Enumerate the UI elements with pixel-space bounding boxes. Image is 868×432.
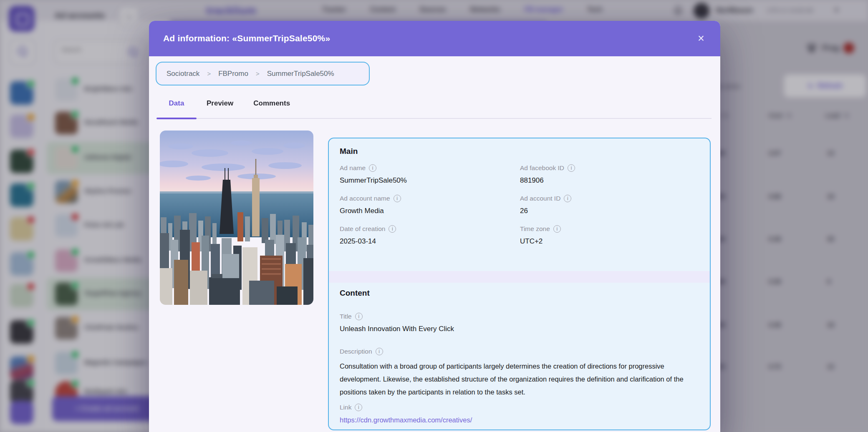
section-divider bbox=[329, 271, 710, 283]
app-root: tracklium Tracker Content Sources Networ… bbox=[0, 0, 868, 432]
tab-preview[interactable]: Preview bbox=[197, 99, 243, 116]
info-icon[interactable]: i bbox=[568, 164, 575, 172]
modal-tabs: Data Preview Comments bbox=[156, 99, 300, 116]
breadcrumb-adset[interactable]: FBPromo bbox=[218, 70, 248, 78]
content-section-heading: Content bbox=[340, 289, 370, 298]
ad-information-modal: Ad information: «SummerTripSale50%» × So… bbox=[149, 21, 720, 432]
main-section-heading: Main bbox=[340, 147, 358, 156]
field-ad-name: Ad namei SummerTripSale50% bbox=[340, 164, 520, 185]
breadcrumb-separator: > bbox=[207, 70, 211, 77]
info-icon[interactable]: i bbox=[564, 195, 571, 202]
ad-info-card: Main Ad namei SummerTripSale50% Ad faceb… bbox=[328, 138, 711, 430]
modal-header: Ad information: «SummerTripSale50%» × bbox=[149, 21, 720, 56]
tabs-divider bbox=[156, 118, 712, 119]
tab-data[interactable]: Data bbox=[156, 99, 197, 116]
tab-comments[interactable]: Comments bbox=[243, 99, 300, 116]
info-icon[interactable]: i bbox=[355, 313, 363, 320]
field-link: Linki https://cdn.growthmaxmedia.com/cre… bbox=[340, 404, 699, 424]
info-icon[interactable]: i bbox=[389, 225, 396, 233]
info-icon[interactable]: i bbox=[369, 164, 376, 172]
creative-link[interactable]: https://cdn.growthmaxmedia.com/creatives… bbox=[340, 416, 699, 424]
info-icon[interactable]: i bbox=[376, 348, 383, 355]
breadcrumb-ad[interactable]: SummerTripSale50% bbox=[267, 70, 334, 78]
info-icon[interactable]: i bbox=[355, 404, 362, 411]
field-ad-account-name: Ad account namei Growth Media bbox=[340, 195, 520, 215]
modal-title: Ad information: «SummerTripSale50%» bbox=[163, 33, 330, 43]
info-icon[interactable]: i bbox=[553, 225, 561, 233]
field-date-of-creation: Date of creationi 2025-03-14 bbox=[340, 225, 520, 246]
field-time-zone: Time zonei UTC+2 bbox=[520, 225, 700, 246]
breadcrumb-separator: > bbox=[256, 70, 260, 77]
main-fields: Ad namei SummerTripSale50% Ad facebook I… bbox=[340, 164, 699, 246]
breadcrumb: Sociotrack > FBPromo > SummerTripSale50% bbox=[156, 62, 370, 85]
field-ad-facebook-id: Ad facebook IDi 881906 bbox=[520, 164, 700, 185]
ad-creative-image[interactable] bbox=[160, 131, 313, 305]
info-icon[interactable]: i bbox=[394, 195, 401, 202]
close-icon[interactable]: × bbox=[694, 31, 709, 46]
field-description: Descriptioni Consultation with a broad g… bbox=[340, 348, 699, 399]
active-tab-indicator bbox=[156, 118, 197, 119]
field-title: Titlei Unleash Innovation With Every Cli… bbox=[340, 313, 699, 333]
breadcrumb-campaign[interactable]: Sociotrack bbox=[167, 70, 199, 78]
field-ad-account-id: Ad account IDi 26 bbox=[520, 195, 700, 215]
